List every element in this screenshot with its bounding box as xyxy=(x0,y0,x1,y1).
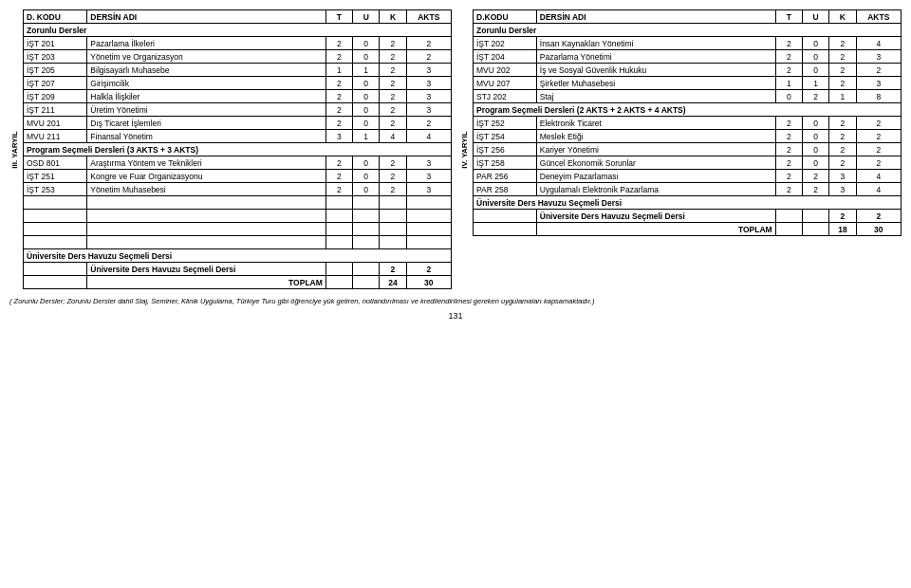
akts-cell: 2 xyxy=(856,117,901,130)
u-cell: 1 xyxy=(353,130,380,143)
u-cell: 0 xyxy=(353,103,380,117)
havuz-sub-row: Üniversite Ders Havuzu Seçmeli Dersi 2 2 xyxy=(24,263,452,276)
left-h-name: DERSİN ADI xyxy=(87,10,325,24)
zorunlu-row: İŞT 207 Girişimcilik 2 0 2 3 xyxy=(24,77,452,90)
t-cell: 2 xyxy=(325,183,352,196)
u-cell: 2 xyxy=(802,90,828,103)
footnote: ( Zorunlu Dersler; Zorunlu Dersler dahil… xyxy=(9,297,902,305)
code-cell: İŞT 251 xyxy=(24,170,87,183)
k-cell: 2 xyxy=(380,77,406,90)
left-h-t: T xyxy=(325,10,352,24)
code-cell: İŞT 252 xyxy=(474,117,537,130)
akts-cell: 3 xyxy=(406,90,451,103)
t-cell: 2 xyxy=(775,156,802,170)
t-cell: 2 xyxy=(325,90,352,103)
program-row: İŞT 254 Meslek Etiği 2 0 2 2 xyxy=(474,130,902,143)
program-row: İŞT 253 Yönetim Muhasebesi 2 0 2 3 xyxy=(24,183,452,196)
empty-row xyxy=(24,236,452,249)
akts-cell: 8 xyxy=(856,90,901,103)
left-header-row: D. KODU DERSİN ADI T U K AKTS xyxy=(24,10,452,24)
name-cell: Üretim Yönetimi xyxy=(87,103,325,117)
havuz-k: 2 xyxy=(380,263,406,276)
akts-cell: 2 xyxy=(406,50,451,64)
zorunlu-header-row: Zorunlu Dersler xyxy=(474,24,902,37)
name-cell: Yönetim ve Organizasyon xyxy=(87,50,325,64)
havuz-sub-label: Üniversite Ders Havuzu Seçmeli Dersi xyxy=(536,210,775,223)
t-cell: 2 xyxy=(775,50,802,64)
right-half: IV. YARYIL D.KODU DERSİN ADI T U K AKTS xyxy=(459,9,902,289)
right-h-u: U xyxy=(802,10,828,24)
k-cell: 2 xyxy=(829,64,856,77)
left-table: D. KODU DERSİN ADI T U K AKTS Zorunlu De… xyxy=(23,9,452,289)
akts-cell: 2 xyxy=(856,156,901,170)
name-cell: Pazarlama İlkeleri xyxy=(87,37,325,50)
k-cell: 1 xyxy=(829,90,856,103)
program-row: PAR 258 Uygulamalı Elektronik Pazarlama … xyxy=(474,183,902,196)
left-half: III. YARYIL D. KODU DERSİN ADI T U K AKT… xyxy=(9,9,452,289)
empty-row xyxy=(24,223,452,236)
zorunlu-row: MVU 211 Finansal Yönetim 3 1 4 4 xyxy=(24,130,452,143)
akts-cell: 2 xyxy=(406,37,451,50)
zorunlu-row: İŞT 211 Üretim Yönetimi 2 0 2 3 xyxy=(24,103,452,117)
u-cell: 0 xyxy=(353,156,380,170)
akts-cell: 3 xyxy=(406,77,451,90)
program-row: PAR 256 Deneyim Pazarlaması 2 2 3 4 xyxy=(474,170,902,183)
k-cell: 2 xyxy=(380,170,406,183)
akts-cell: 3 xyxy=(406,156,451,170)
k-cell: 2 xyxy=(829,143,856,156)
name-cell: Pazarlama Yönetimi xyxy=(536,50,775,64)
name-cell: Araştırma Yöntem ve Teknikleri xyxy=(87,156,325,170)
code-cell: İŞT 203 xyxy=(24,50,87,64)
t-cell: 1 xyxy=(325,64,352,77)
total-row: TOPLAM 18 30 xyxy=(474,223,902,236)
k-cell: 2 xyxy=(380,117,406,130)
akts-cell: 4 xyxy=(406,130,451,143)
zorunlu-row: MVU 201 Dış Ticaret İşlemleri 2 0 2 2 xyxy=(24,117,452,130)
havuz-header-row: Üniversite Ders Havuzu Seçmeli Dersi xyxy=(474,196,902,210)
name-cell: Güncel Ekonomik Sorunlar xyxy=(536,156,775,170)
havuz-akts: 2 xyxy=(406,263,451,276)
name-cell: İş ve Sosyal Güvenlik Hukuku xyxy=(536,64,775,77)
u-cell: 0 xyxy=(353,117,380,130)
code-cell: PAR 258 xyxy=(474,183,537,196)
code-cell: İŞT 258 xyxy=(474,156,537,170)
havuz-sub-row: Üniversite Ders Havuzu Seçmeli Dersi 2 2 xyxy=(474,210,902,223)
zorunlu-header-cell: Zorunlu Dersler xyxy=(24,24,452,37)
u-cell: 0 xyxy=(802,64,828,77)
name-cell: Uygulamalı Elektronik Pazarlama xyxy=(536,183,775,196)
u-cell: 2 xyxy=(802,183,828,196)
k-cell: 2 xyxy=(380,64,406,77)
u-cell: 0 xyxy=(802,156,828,170)
total-label: TOPLAM xyxy=(536,223,775,236)
name-cell: Kariyer Yönetimi xyxy=(536,143,775,156)
program-header-row: Program Seçmeli Dersleri (3 AKTS + 3 AKT… xyxy=(24,143,452,156)
total-label: TOPLAM xyxy=(87,276,325,289)
k-cell: 4 xyxy=(380,130,406,143)
left-h-k: K xyxy=(380,10,406,24)
code-cell: MVU 211 xyxy=(24,130,87,143)
zorunlu-row: İŞT 201 Pazarlama İlkeleri 2 0 2 2 xyxy=(24,37,452,50)
program-row: İŞT 251 Kongre ve Fuar Organizasyonu 2 0… xyxy=(24,170,452,183)
code-cell: İŞT 202 xyxy=(474,37,537,50)
k-cell: 2 xyxy=(829,130,856,143)
k-cell: 2 xyxy=(829,50,856,64)
name-cell: Deneyim Pazarlaması xyxy=(536,170,775,183)
code-cell: İŞT 201 xyxy=(24,37,87,50)
total-row: TOPLAM 24 30 xyxy=(24,276,452,289)
k-cell: 2 xyxy=(829,156,856,170)
t-cell: 2 xyxy=(775,37,802,50)
name-cell: Finansal Yönetim xyxy=(87,130,325,143)
total-akts: 30 xyxy=(856,223,901,236)
zorunlu-header-row: Zorunlu Dersler xyxy=(24,24,452,37)
program-row: İŞT 258 Güncel Ekonomik Sorunlar 2 0 2 2 xyxy=(474,156,902,170)
t-cell: 2 xyxy=(325,156,352,170)
t-cell: 2 xyxy=(775,170,802,183)
k-cell: 2 xyxy=(829,77,856,90)
u-cell: 0 xyxy=(802,130,828,143)
left-h-code: D. KODU xyxy=(24,10,87,24)
akts-cell: 3 xyxy=(856,50,901,64)
u-cell: 0 xyxy=(353,90,380,103)
total-akts: 30 xyxy=(406,276,451,289)
t-cell: 2 xyxy=(325,37,352,50)
name-cell: Meslek Etiği xyxy=(536,130,775,143)
